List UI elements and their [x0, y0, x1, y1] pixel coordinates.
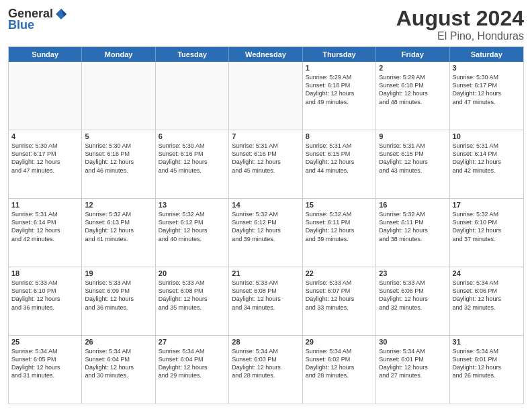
- calendar-cell: [9, 62, 82, 130]
- day-number: 26: [85, 338, 152, 346]
- cell-info: Sunrise: 5:33 AM Sunset: 6:08 PM Dayligh…: [232, 279, 299, 312]
- cell-info: Sunrise: 5:34 AM Sunset: 6:04 PM Dayligh…: [159, 347, 226, 380]
- calendar-cell: 19Sunrise: 5:33 AM Sunset: 6:09 PM Dayli…: [82, 267, 155, 335]
- cell-info: Sunrise: 5:32 AM Sunset: 6:11 PM Dayligh…: [379, 210, 446, 243]
- title-block: August 2024 El Pino, Honduras: [396, 7, 524, 42]
- cell-info: Sunrise: 5:30 AM Sunset: 6:17 PM Dayligh…: [11, 142, 79, 175]
- day-number: 27: [159, 338, 226, 346]
- day-number: 25: [11, 338, 79, 346]
- calendar-cell: 16Sunrise: 5:32 AM Sunset: 6:11 PM Dayli…: [376, 199, 449, 267]
- weekday-monday: Monday: [82, 47, 155, 62]
- day-number: 8: [306, 132, 373, 140]
- day-number: 11: [11, 201, 79, 209]
- cell-info: Sunrise: 5:31 AM Sunset: 6:14 PM Dayligh…: [453, 142, 521, 175]
- cell-info: Sunrise: 5:30 AM Sunset: 6:17 PM Dayligh…: [453, 73, 521, 106]
- calendar-header: SundayMondayTuesdayWednesdayThursdayFrid…: [9, 47, 523, 62]
- day-number: 29: [306, 338, 373, 346]
- calendar-cell: 15Sunrise: 5:32 AM Sunset: 6:11 PM Dayli…: [303, 199, 376, 267]
- cell-info: Sunrise: 5:32 AM Sunset: 6:12 PM Dayligh…: [232, 210, 299, 243]
- calendar-cell: 23Sunrise: 5:33 AM Sunset: 6:06 PM Dayli…: [376, 267, 449, 335]
- day-number: 22: [306, 269, 373, 277]
- calendar-row: 11Sunrise: 5:31 AM Sunset: 6:14 PM Dayli…: [9, 199, 523, 267]
- cell-info: Sunrise: 5:34 AM Sunset: 6:03 PM Dayligh…: [232, 347, 299, 380]
- calendar-cell: 5Sunrise: 5:30 AM Sunset: 6:16 PM Daylig…: [82, 130, 155, 198]
- calendar-cell: [82, 62, 155, 130]
- cell-info: Sunrise: 5:33 AM Sunset: 6:09 PM Dayligh…: [85, 279, 152, 312]
- day-number: 31: [453, 338, 521, 346]
- cell-info: Sunrise: 5:33 AM Sunset: 6:06 PM Dayligh…: [379, 279, 446, 312]
- day-number: 19: [85, 269, 152, 277]
- cell-info: Sunrise: 5:32 AM Sunset: 6:10 PM Dayligh…: [453, 210, 521, 243]
- day-number: 4: [11, 132, 79, 140]
- calendar-cell: 9Sunrise: 5:31 AM Sunset: 6:15 PM Daylig…: [376, 130, 449, 198]
- day-number: 3: [453, 64, 521, 72]
- calendar-cell: 29Sunrise: 5:34 AM Sunset: 6:02 PM Dayli…: [303, 336, 376, 404]
- day-number: 17: [453, 201, 521, 209]
- calendar-cell: 2Sunrise: 5:29 AM Sunset: 6:18 PM Daylig…: [376, 62, 449, 130]
- day-number: 7: [232, 132, 299, 140]
- header: General Blue August 2024 El Pino, Hondur…: [8, 7, 524, 42]
- day-number: 6: [159, 132, 226, 140]
- cell-info: Sunrise: 5:29 AM Sunset: 6:18 PM Dayligh…: [306, 73, 373, 106]
- calendar: SundayMondayTuesdayWednesdayThursdayFrid…: [8, 46, 524, 404]
- day-number: 18: [11, 269, 79, 277]
- calendar-cell: 7Sunrise: 5:31 AM Sunset: 6:16 PM Daylig…: [229, 130, 302, 198]
- day-number: 30: [379, 338, 446, 346]
- calendar-cell: [156, 62, 229, 130]
- calendar-cell: 27Sunrise: 5:34 AM Sunset: 6:04 PM Dayli…: [156, 336, 229, 404]
- cell-info: Sunrise: 5:34 AM Sunset: 6:05 PM Dayligh…: [11, 347, 79, 380]
- calendar-row: 18Sunrise: 5:33 AM Sunset: 6:10 PM Dayli…: [9, 267, 523, 336]
- month-title: August 2024: [396, 7, 524, 30]
- calendar-cell: 3Sunrise: 5:30 AM Sunset: 6:17 PM Daylig…: [450, 62, 523, 130]
- logo: General Blue: [8, 7, 68, 32]
- day-number: 9: [379, 132, 446, 140]
- logo-blue-text: Blue: [8, 18, 34, 32]
- cell-info: Sunrise: 5:33 AM Sunset: 6:07 PM Dayligh…: [306, 279, 373, 312]
- location-title: El Pino, Honduras: [396, 30, 524, 42]
- cell-info: Sunrise: 5:34 AM Sunset: 6:02 PM Dayligh…: [306, 347, 373, 380]
- cell-info: Sunrise: 5:32 AM Sunset: 6:11 PM Dayligh…: [306, 210, 373, 243]
- calendar-cell: 26Sunrise: 5:34 AM Sunset: 6:04 PM Dayli…: [82, 336, 155, 404]
- calendar-cell: 10Sunrise: 5:31 AM Sunset: 6:14 PM Dayli…: [450, 130, 523, 198]
- day-number: 15: [306, 201, 373, 209]
- cell-info: Sunrise: 5:32 AM Sunset: 6:12 PM Dayligh…: [159, 210, 226, 243]
- cell-info: Sunrise: 5:34 AM Sunset: 6:01 PM Dayligh…: [453, 347, 521, 380]
- calendar-row: 1Sunrise: 5:29 AM Sunset: 6:18 PM Daylig…: [9, 62, 523, 130]
- day-number: 21: [232, 269, 299, 277]
- cell-info: Sunrise: 5:31 AM Sunset: 6:15 PM Dayligh…: [379, 142, 446, 175]
- weekday-saturday: Saturday: [450, 47, 523, 62]
- cell-info: Sunrise: 5:34 AM Sunset: 6:04 PM Dayligh…: [85, 347, 152, 380]
- cell-info: Sunrise: 5:31 AM Sunset: 6:14 PM Dayligh…: [11, 210, 79, 243]
- weekday-thursday: Thursday: [303, 47, 376, 62]
- calendar-cell: 22Sunrise: 5:33 AM Sunset: 6:07 PM Dayli…: [303, 267, 376, 335]
- calendar-cell: 24Sunrise: 5:34 AM Sunset: 6:06 PM Dayli…: [450, 267, 523, 335]
- day-number: 12: [85, 201, 152, 209]
- cell-info: Sunrise: 5:30 AM Sunset: 6:16 PM Dayligh…: [85, 142, 152, 175]
- calendar-cell: 14Sunrise: 5:32 AM Sunset: 6:12 PM Dayli…: [229, 199, 302, 267]
- weekday-tuesday: Tuesday: [156, 47, 229, 62]
- calendar-cell: 12Sunrise: 5:32 AM Sunset: 6:13 PM Dayli…: [82, 199, 155, 267]
- cell-info: Sunrise: 5:31 AM Sunset: 6:15 PM Dayligh…: [306, 142, 373, 175]
- day-number: 16: [379, 201, 446, 209]
- day-number: 28: [232, 338, 299, 346]
- weekday-friday: Friday: [376, 47, 449, 62]
- day-number: 10: [453, 132, 521, 140]
- calendar-cell: 6Sunrise: 5:30 AM Sunset: 6:16 PM Daylig…: [156, 130, 229, 198]
- calendar-cell: 18Sunrise: 5:33 AM Sunset: 6:10 PM Dayli…: [9, 267, 82, 335]
- calendar-body: 1Sunrise: 5:29 AM Sunset: 6:18 PM Daylig…: [9, 62, 523, 404]
- calendar-cell: 28Sunrise: 5:34 AM Sunset: 6:03 PM Dayli…: [229, 336, 302, 404]
- cell-info: Sunrise: 5:31 AM Sunset: 6:16 PM Dayligh…: [232, 142, 299, 175]
- day-number: 24: [453, 269, 521, 277]
- calendar-cell: 8Sunrise: 5:31 AM Sunset: 6:15 PM Daylig…: [303, 130, 376, 198]
- calendar-cell: 13Sunrise: 5:32 AM Sunset: 6:12 PM Dayli…: [156, 199, 229, 267]
- main-container: General Blue August 2024 El Pino, Hondur…: [0, 0, 532, 411]
- day-number: 23: [379, 269, 446, 277]
- cell-info: Sunrise: 5:33 AM Sunset: 6:08 PM Dayligh…: [159, 279, 226, 312]
- calendar-cell: 1Sunrise: 5:29 AM Sunset: 6:18 PM Daylig…: [303, 62, 376, 130]
- calendar-cell: 20Sunrise: 5:33 AM Sunset: 6:08 PM Dayli…: [156, 267, 229, 335]
- calendar-cell: 30Sunrise: 5:34 AM Sunset: 6:01 PM Dayli…: [376, 336, 449, 404]
- calendar-cell: 11Sunrise: 5:31 AM Sunset: 6:14 PM Dayli…: [9, 199, 82, 267]
- calendar-cell: 4Sunrise: 5:30 AM Sunset: 6:17 PM Daylig…: [9, 130, 82, 198]
- cell-info: Sunrise: 5:29 AM Sunset: 6:18 PM Dayligh…: [379, 73, 446, 106]
- day-number: 14: [232, 201, 299, 209]
